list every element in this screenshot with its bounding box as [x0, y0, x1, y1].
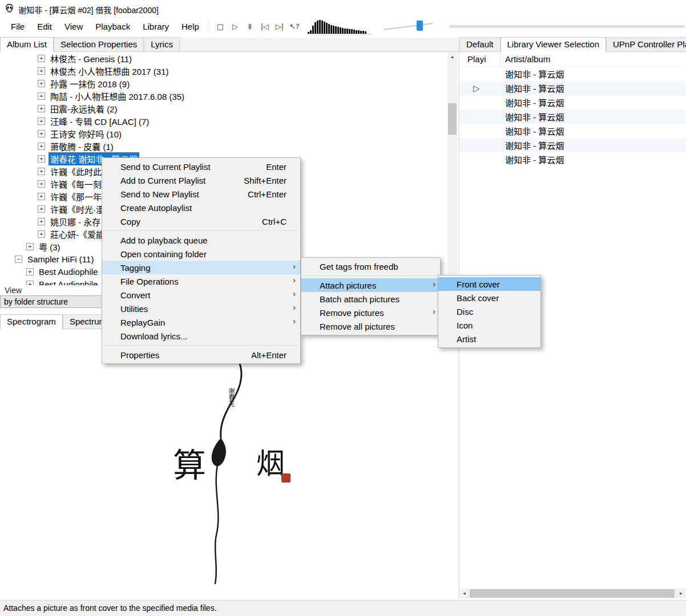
- pause-button[interactable]: Ⅱ: [243, 20, 257, 34]
- menu-item-send-to-new-playlist[interactable]: Send to New PlaylistCtrl+Enter: [102, 187, 300, 201]
- playlist-row[interactable]: 谢知非 - 算云烟: [459, 95, 686, 110]
- playlist-row-playing[interactable]: ▷谢知非 - 算云烟: [459, 81, 686, 95]
- expand-icon[interactable]: +: [38, 105, 45, 112]
- playlist-row[interactable]: 谢知非 - 算云烟: [459, 138, 686, 152]
- menu-item-front-cover[interactable]: Front cover: [438, 277, 540, 291]
- menu-help[interactable]: Help: [175, 19, 205, 34]
- expand-icon[interactable]: +: [26, 268, 34, 275]
- menu-item-file-operations[interactable]: File Operations›: [102, 274, 300, 288]
- collapse-icon[interactable]: −: [15, 256, 22, 263]
- playlist-row[interactable]: 谢知非 - 算云烟: [459, 67, 686, 81]
- play-button[interactable]: ▷: [228, 20, 243, 34]
- scroll-right-icon[interactable]: ►: [676, 589, 686, 598]
- expand-icon[interactable]: +: [38, 218, 45, 225]
- album-art: 谢春花 算 烟: [151, 352, 305, 592]
- expand-icon[interactable]: +: [38, 143, 45, 150]
- next-track-button[interactable]: ▷|: [272, 20, 287, 34]
- menu-item-artist[interactable]: Artist: [438, 332, 540, 346]
- art-char-left: 算: [173, 446, 206, 485]
- tree-item[interactable]: +陶喆 - 小人物狂想曲 2017.6.08 (35): [0, 90, 447, 102]
- submenu-arrow-icon: ›: [293, 303, 296, 312]
- menu-item-tagging[interactable]: Tagging›: [102, 261, 300, 274]
- menu-item-icon[interactable]: Icon: [438, 318, 540, 332]
- menu-item-batch-attach-pictures[interactable]: Batch attach pictures: [301, 292, 440, 306]
- expand-icon[interactable]: +: [26, 281, 34, 286]
- menu-item-disc[interactable]: Disc: [438, 305, 540, 318]
- menu-item-copy[interactable]: CopyCtrl+C: [102, 214, 300, 228]
- tab-selection-properties[interactable]: Selection Properties: [54, 37, 144, 51]
- tree-item[interactable]: +王诗安 你好吗 (10): [0, 127, 447, 140]
- expand-icon[interactable]: +: [38, 80, 45, 87]
- previous-track-button[interactable]: |◁: [257, 20, 272, 34]
- playlist-row[interactable]: 谢知非 - 算云烟: [459, 110, 686, 124]
- menu-item-convert[interactable]: Convert›: [102, 288, 300, 302]
- app-icon: [5, 3, 14, 13]
- column-header-artist-album[interactable]: Artist/album: [501, 54, 686, 64]
- right-tabstrip: Default Library Viewer Selection UPnP Co…: [459, 38, 686, 52]
- menu-item-properties[interactable]: PropertiesAlt+Enter: [102, 348, 300, 362]
- playlist-row[interactable]: 谢知非 - 算云烟: [459, 152, 686, 167]
- menu-view[interactable]: View: [58, 19, 89, 34]
- context-help-button[interactable]: ↖?: [287, 20, 302, 34]
- help-cursor-icon: ↖?: [289, 22, 300, 31]
- tab-spectrogram[interactable]: Spectrogram: [0, 314, 63, 329]
- expand-icon[interactable]: +: [38, 180, 45, 188]
- menu-playback[interactable]: Playback: [89, 19, 136, 34]
- tab-upnp-controller[interactable]: UPnP Controller Pla: [606, 37, 686, 51]
- playlist-h-scrollbar[interactable]: ◄ ►: [459, 589, 686, 598]
- seek-bar[interactable]: [449, 25, 685, 28]
- next-icon: ▷|: [276, 22, 284, 31]
- tab-lyrics[interactable]: Lyrics: [144, 37, 180, 51]
- context-menu: Send to Current PlaylistEnter Add to Cur…: [102, 157, 301, 364]
- tree-item[interactable]: +林俊杰 - Genesis (11): [0, 52, 447, 64]
- tree-scrollbar[interactable]: ▲ ▼: [447, 52, 457, 285]
- menu-library[interactable]: Library: [136, 19, 175, 34]
- scroll-left-icon[interactable]: ◄: [459, 589, 469, 598]
- submenu-arrow-icon: ›: [433, 307, 435, 316]
- expand-icon[interactable]: +: [38, 67, 45, 75]
- expand-icon[interactable]: +: [38, 193, 45, 200]
- tree-item[interactable]: +孙露 一抹伤 2018 (9): [0, 77, 447, 90]
- menu-item-add-to-current-playlist[interactable]: Add to Current PlaylistShift+Enter: [102, 173, 300, 187]
- menu-item-utilities[interactable]: Utilities›: [102, 302, 300, 315]
- expand-icon[interactable]: +: [38, 205, 45, 213]
- volume-handle: [417, 21, 423, 31]
- menu-item-attach-pictures[interactable]: Attach pictures›: [301, 278, 440, 292]
- menu-item-back-cover[interactable]: Back cover: [438, 291, 540, 305]
- stop-button[interactable]: □: [213, 20, 228, 34]
- menu-item-remove-all-pictures[interactable]: Remove all pictures: [301, 319, 440, 333]
- tree-item[interactable]: +林俊杰 小人物狂想曲 2017 (31): [0, 64, 447, 77]
- volume-slider[interactable]: [382, 18, 434, 35]
- menu-item-create-autoplaylist[interactable]: Create Autoplaylist: [102, 201, 300, 214]
- expand-icon[interactable]: +: [38, 130, 45, 137]
- playlist-row[interactable]: 谢知非 - 算云烟: [459, 124, 686, 138]
- tree-item[interactable]: +田震-永远执着 (2): [0, 102, 447, 115]
- tree-item[interactable]: +汪峰 - 专辑 CD [ALAC] (7): [0, 115, 447, 127]
- submenu-arrow-icon: ›: [293, 317, 296, 326]
- playlist-header: Playi Artist/album: [459, 52, 686, 67]
- expand-icon[interactable]: +: [38, 168, 45, 175]
- tab-album-list[interactable]: Album List: [0, 37, 54, 52]
- menu-item-replaygain[interactable]: ReplayGain›: [102, 315, 300, 329]
- menu-item-download-lyrics[interactable]: Download lyrics...: [102, 329, 300, 343]
- menu-item-send-to-current-playlist[interactable]: Send to Current PlaylistEnter: [102, 160, 300, 173]
- tab-library-viewer-selection[interactable]: Library Viewer Selection: [501, 37, 606, 52]
- tab-default[interactable]: Default: [459, 37, 501, 51]
- menu-item-get-tags-from-freedb[interactable]: Get tags from freedb: [301, 260, 440, 273]
- tree-item[interactable]: +萧敬腾 - 皮囊 (1): [0, 140, 447, 152]
- expand-icon[interactable]: +: [38, 92, 45, 100]
- menu-item-add-to-playback-queue[interactable]: Add to playback queue: [102, 233, 300, 247]
- expand-icon[interactable]: +: [26, 243, 34, 250]
- menu-file[interactable]: File: [5, 19, 31, 34]
- expand-icon[interactable]: +: [38, 155, 45, 163]
- column-header-playing[interactable]: Playi: [459, 52, 501, 66]
- expand-icon[interactable]: +: [38, 117, 45, 125]
- scroll-up-icon[interactable]: ▲: [447, 52, 457, 62]
- tree-scrollbar-thumb[interactable]: [448, 103, 457, 135]
- expand-icon[interactable]: +: [38, 55, 45, 62]
- expand-icon[interactable]: +: [38, 230, 45, 238]
- menu-item-open-containing-folder[interactable]: Open containing folder: [102, 247, 300, 261]
- menu-edit[interactable]: Edit: [31, 19, 58, 34]
- menu-item-remove-pictures[interactable]: Remove pictures›: [301, 306, 440, 319]
- h-scrollbar-thumb[interactable]: [470, 589, 675, 598]
